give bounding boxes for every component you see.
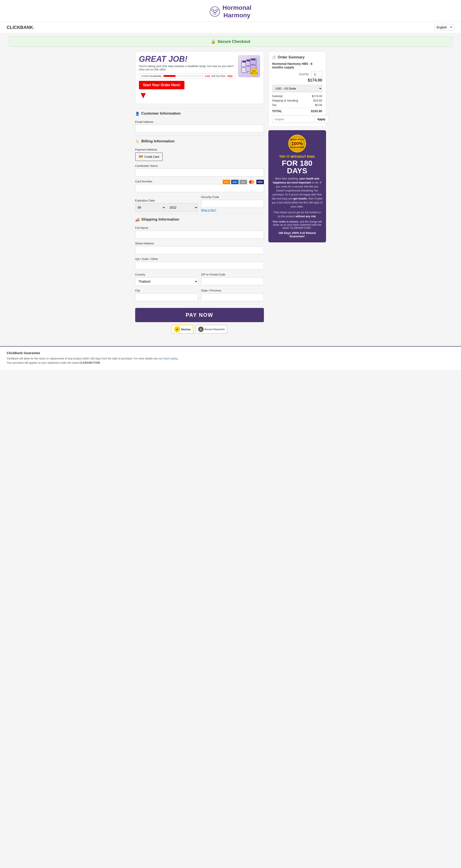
order-summary-box: 🛒 Order Summary Hormonal Harmony HB5 - 6… xyxy=(268,51,326,127)
country-label: Country xyxy=(135,273,198,276)
customer-info-header: 👤 Customer Information xyxy=(135,108,264,117)
secure-checkout-bar: 🔒 Secure Checkout xyxy=(9,36,452,47)
availability-fill xyxy=(163,75,175,77)
security-code-input[interactable] xyxy=(201,200,264,208)
svg-rect-14 xyxy=(251,59,255,60)
apt-input[interactable] xyxy=(135,262,264,270)
shipping-icon: 🚚 xyxy=(135,217,140,222)
zip-label: ZIP or Postal Code xyxy=(201,273,264,276)
quantity-input[interactable] xyxy=(311,71,322,77)
apply-coupon-button[interactable]: Apply xyxy=(314,116,329,123)
cardholder-name-group: Cardholder Name xyxy=(135,164,264,177)
zip-input[interactable] xyxy=(201,277,264,285)
product-price: $174.00 xyxy=(308,78,322,83)
what-is-this-link[interactable]: What is this? xyxy=(201,209,264,212)
customer-info-title: Customer Information xyxy=(141,111,181,116)
topbar: CLICKBANK® English Spanish French German xyxy=(0,22,461,33)
svg-text:MONEY BACK: MONEY BACK xyxy=(250,73,258,74)
norton-badge: ✔ Norton xyxy=(171,325,193,334)
logo-icon xyxy=(209,6,220,17)
tax-line: Tax $0.00 xyxy=(272,103,322,106)
svg-point-16 xyxy=(250,69,257,75)
start-order-button[interactable]: Start Your Order Here! xyxy=(139,81,185,89)
state-input[interactable] xyxy=(201,293,264,301)
cardholder-name-label: Cardholder Name xyxy=(135,164,264,167)
apt-group: Apt / Suite / Other xyxy=(135,257,264,270)
full-name-group: Full Name xyxy=(135,226,264,239)
guarantee-badge-line1: MONEY BACK xyxy=(290,138,304,141)
guarantee-days: FOR 180 DAYS xyxy=(272,159,323,175)
logo-container: Hormonal Harmony xyxy=(0,4,461,19)
guarantee-final: 180 Days 100% Full Refund Guarantee! xyxy=(272,231,323,238)
subtotal-line: Subtotal $174.00 xyxy=(272,94,322,98)
cardholder-name-input[interactable] xyxy=(135,168,264,177)
street-input[interactable] xyxy=(135,246,264,254)
country-select[interactable]: Afghanistan Albania Algeria Australia Br… xyxy=(135,277,198,286)
clickbank-logo: CLICKBANK® xyxy=(7,25,35,30)
expiry-month-select[interactable]: 01020304 05060708 09101112 xyxy=(135,203,166,212)
guarantee-body1: More than anything, your health and happ… xyxy=(272,177,323,209)
payment-method-group: Payment Method 💳 Credit Card xyxy=(135,148,264,161)
state-group: State / Province xyxy=(201,289,264,301)
expiry-security-row: Expiration Date 01020304 05060708 091011… xyxy=(135,195,264,212)
currency-selector[interactable]: USD - US Dollar EUR - Euro GBP - British… xyxy=(272,85,322,92)
email-input[interactable] xyxy=(135,125,264,133)
promo-text: GREAT JOB! You're taking your first step… xyxy=(139,55,235,100)
country-zip-row: Country Afghanistan Albania Algeria Aust… xyxy=(135,273,264,289)
security-code-label: Security Code xyxy=(201,195,264,198)
credit-card-button[interactable]: 💳 Credit Card xyxy=(135,152,163,161)
availability-bar: Current Availability: Low Sell Out Risk:… xyxy=(139,73,235,79)
guarantee-secure: Your order is secure, and the charge wil… xyxy=(272,220,323,229)
great-job-heading: GREAT JOB! xyxy=(139,55,235,63)
guarantee-pct: 100% xyxy=(290,141,304,146)
order-summary-title: 🛒 Order Summary xyxy=(272,55,322,59)
language-selector[interactable]: English Spanish French German xyxy=(434,24,454,31)
product-name: Hormonal Harmony HB5 - 6 months supply xyxy=(272,62,322,69)
full-name-input[interactable] xyxy=(135,230,264,239)
right-column: 🛒 Order Summary Hormonal Harmony HB5 - 6… xyxy=(268,51,326,337)
expiry-year-select[interactable]: 2022202320242025 20262027202820292030 xyxy=(167,203,198,212)
svg-text:100%: 100% xyxy=(252,70,256,72)
card-number-input[interactable] xyxy=(135,184,264,192)
payment-method-label: Payment Method xyxy=(135,148,264,151)
svg-point-0 xyxy=(210,7,220,17)
price-row: $174.00 xyxy=(272,78,322,83)
promo-description: You're taking your first step towards a … xyxy=(139,64,235,71)
email-form-group: Email Address xyxy=(135,120,264,133)
coupon-input[interactable] xyxy=(272,116,314,123)
guarantee-badge: MONEY BACK 100% GUARANTEED xyxy=(288,135,306,152)
guarantee-headline: TRY IT WITHOUT RISK xyxy=(272,155,323,158)
state-label: State / Province xyxy=(201,289,264,292)
card-number-label: Card Number DISC AMEX DCI VISA xyxy=(135,180,264,183)
norton-label: Norton xyxy=(181,328,191,331)
left-column: GREAT JOB! You're taking your first step… xyxy=(135,51,264,337)
cart-icon: 🛒 xyxy=(272,55,276,59)
qty-label: Quantity xyxy=(299,73,309,76)
availability-progress xyxy=(163,75,203,77)
street-label: Street Address xyxy=(135,242,264,245)
footer-guarantee: ClickBank Guarantee ClickBank will allow… xyxy=(0,346,461,369)
logo-text: Hormonal Harmony xyxy=(222,4,252,19)
city-group: City xyxy=(135,289,198,301)
amex-card-icon: AMEX xyxy=(231,180,239,184)
guarantee-badge-line2: GUARANTEED xyxy=(290,146,304,149)
arrow-down-icon: ▼ xyxy=(139,90,235,100)
secure-pay-icon: 🔒 xyxy=(198,327,203,332)
expiry-label: Expiration Date xyxy=(135,199,198,202)
secure-checkout-label: Secure Checkout xyxy=(218,39,250,44)
credit-card-icon: 💳 xyxy=(139,155,143,159)
pay-now-button[interactable]: PAY NOW xyxy=(135,308,264,322)
total-line: TOTAL $193.95 xyxy=(272,108,322,113)
clkbank-name: CLKBANK*COM xyxy=(79,361,100,364)
return-policy-link[interactable]: return policy xyxy=(163,357,177,360)
guarantee-body2: That means you've got six full months to… xyxy=(272,210,323,218)
page-header: Hormonal Harmony xyxy=(0,0,461,22)
shipping-info-title: Shipping Information xyxy=(141,217,179,222)
zip-group: ZIP or Postal Code xyxy=(201,273,264,286)
security-code-group: Security Code What is this? xyxy=(201,195,264,212)
product-image: HB-5 HB-5 HB-5 100% MONEY BACK xyxy=(238,55,260,77)
city-input[interactable] xyxy=(135,293,198,301)
guarantee-box: MONEY BACK 100% GUARANTEED TRY IT WITHOU… xyxy=(268,130,326,242)
street-address-group: Street Address xyxy=(135,242,264,254)
coupon-row: Apply xyxy=(272,116,322,123)
